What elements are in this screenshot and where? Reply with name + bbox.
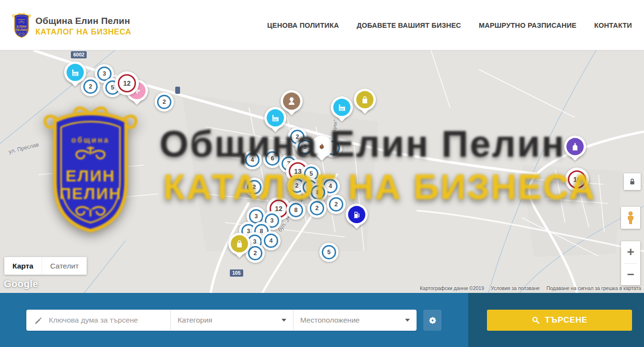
flame-pin-marker[interactable] bbox=[311, 135, 333, 157]
svg-text:община: община bbox=[18, 19, 25, 21]
road-badge: 6002 bbox=[71, 51, 87, 58]
header: община ЕЛИН ПЕЛИН Община Елин Пелин КАТА… bbox=[0, 0, 644, 50]
road-badge bbox=[175, 87, 180, 94]
pencil-icon bbox=[34, 316, 43, 325]
cluster-marker-2[interactable]: 2 bbox=[155, 92, 174, 112]
search-button-label: ТЪРСЕНЕ bbox=[545, 315, 588, 325]
location-select-label: Местоположение bbox=[300, 316, 401, 325]
main-nav: ЦЕНОВА ПОЛИТИКАДОБАВЕТЕ ВАШИЯТ БИЗНЕСМАР… bbox=[267, 0, 632, 50]
cluster-marker-4[interactable]: 4 bbox=[243, 150, 262, 169]
bag-pin-marker[interactable] bbox=[354, 89, 376, 111]
terms-link[interactable]: Условия за ползване bbox=[491, 285, 540, 291]
map-canvas[interactable]: 6002105 ул. Преславбул. „Новоселци“ции“ … bbox=[0, 50, 644, 293]
cluster-marker-12[interactable]: 12 bbox=[115, 71, 139, 95]
cluster-marker-10[interactable]: 10 bbox=[565, 168, 589, 191]
cluster-marker-2[interactable]: 2 bbox=[307, 199, 327, 218]
lock-control-button[interactable] bbox=[624, 173, 641, 190]
svg-text:ЕЛИН: ЕЛИН bbox=[17, 25, 26, 28]
cluster-marker-2[interactable]: 2 bbox=[245, 178, 264, 197]
lock-icon bbox=[628, 177, 637, 186]
search-fields-group: Категория Местоположение bbox=[26, 310, 417, 331]
map-type-control: Карта Сателит bbox=[4, 257, 87, 275]
zoom-in-button[interactable]: + bbox=[621, 241, 640, 263]
municipality-logo[interactable]: община ЕЛИН ПЕЛИН bbox=[11, 12, 33, 39]
map-type-satellite-button[interactable]: Сателит bbox=[42, 257, 87, 275]
nav-item-3[interactable]: КОНТАКТИ bbox=[594, 22, 632, 29]
page: община ЕЛИН ПЕЛИН Община Елин Пелин КАТА… bbox=[0, 0, 644, 347]
map-attribution: Картографски данни ©2019 Условия за полз… bbox=[420, 285, 641, 291]
location-select[interactable]: Местоположение bbox=[293, 310, 417, 331]
cluster-marker-2[interactable]: 2 bbox=[327, 195, 346, 214]
nav-item-2[interactable]: МАРШРУТНО РАЗПИСАНИЕ bbox=[479, 22, 576, 29]
chevron-down-icon bbox=[405, 319, 410, 322]
church-pin-marker[interactable] bbox=[564, 135, 586, 157]
factory-pin-marker[interactable] bbox=[64, 61, 86, 83]
google-logo: Google bbox=[4, 279, 38, 290]
fuel-pin-marker[interactable] bbox=[346, 203, 368, 225]
map-type-map-button[interactable]: Карта bbox=[4, 257, 42, 275]
svg-text:ПЕЛИН: ПЕЛИН bbox=[15, 28, 28, 32]
road-badge: 105 bbox=[230, 269, 243, 277]
bag-pin-marker[interactable] bbox=[228, 233, 250, 255]
nav-item-0[interactable]: ЦЕНОВА ПОЛИТИКА bbox=[267, 22, 339, 29]
category-select[interactable]: Категория bbox=[170, 310, 293, 331]
keyword-field bbox=[26, 310, 170, 331]
search-icon bbox=[531, 316, 540, 325]
chevron-down-icon bbox=[282, 319, 286, 322]
category-select-label: Категория bbox=[178, 316, 278, 325]
zoom-control: + − bbox=[621, 241, 640, 285]
advanced-settings-button[interactable] bbox=[423, 310, 441, 331]
factory-pin-marker[interactable] bbox=[331, 96, 353, 118]
gear-icon bbox=[428, 316, 437, 325]
nav-item-1[interactable]: ДОБАВЕТЕ ВАШИЯТ БИЗНЕС bbox=[357, 22, 461, 29]
site-title-line2: КАТАЛОГ НА БИЗНЕСА bbox=[35, 27, 131, 36]
search-bar: Категория Местоположение bbox=[0, 293, 644, 347]
cluster-marker-5[interactable]: 5 bbox=[319, 243, 339, 262]
engineer-pin-marker[interactable] bbox=[281, 90, 303, 112]
zoom-out-button[interactable]: − bbox=[621, 264, 640, 286]
attribution-data-notice: Картографски данни ©2019 bbox=[420, 285, 484, 291]
pegman-icon bbox=[625, 211, 636, 225]
street-view-pegman-button[interactable] bbox=[621, 207, 640, 229]
site-title: Община Елин Пелин КАТАЛОГ НА БИЗНЕСА bbox=[35, 16, 131, 36]
keyword-search-input[interactable] bbox=[49, 316, 164, 325]
report-error-link[interactable]: Подаване на сигнал за грешка в картата bbox=[546, 285, 641, 291]
cluster-marker-8[interactable]: 8 bbox=[286, 201, 305, 220]
search-button[interactable]: ТЪРСЕНЕ bbox=[487, 310, 632, 331]
site-title-line1: Община Елин Пелин bbox=[35, 16, 131, 26]
